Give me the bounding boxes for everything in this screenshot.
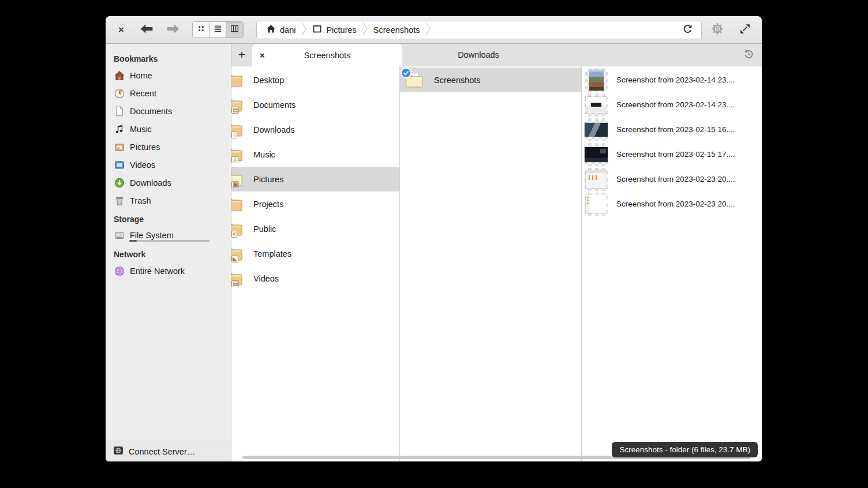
breadcrumb-label: Screenshots [373,25,420,35]
chevron-right-icon [362,21,368,39]
recent-icon [114,88,125,99]
folder-emblem: ▣ [231,181,239,188]
sidebar-item-label: Pictures [130,142,160,152]
home-icon [266,24,276,35]
sidebar-item-entire-network[interactable]: Entire Network [106,262,231,280]
file-thumbnail-white-window [585,193,608,216]
folder-row-videos[interactable]: ▤ Videos [231,266,399,291]
sidebar-item-recent[interactable]: Recent [106,84,231,102]
file-row[interactable]: Screenshot from 2023-02-14 23.... [582,92,762,117]
refresh-button[interactable] [679,21,697,39]
sidebar-item-documents[interactable]: Documents [106,102,231,120]
connect-server-button[interactable]: Connect Server… [106,441,231,461]
folder-row-templates[interactable]: ◣ Templates [231,241,399,266]
open-folder-icon [405,71,424,89]
folder-row-documents[interactable]: ▤ Documents [231,92,399,117]
breadcrumb-item-home[interactable]: dani [264,24,298,35]
sidebar-item-downloads[interactable]: Downloads [106,174,231,192]
folder-emblem: ▤ [231,280,239,287]
sidebar-item-trash[interactable]: Trash [106,192,231,209]
forward-arrow-icon [166,24,180,36]
file-thumbnail-mountain-portrait [585,69,608,92]
tab-label: Screenshots [252,51,402,60]
folder-label: Downloads [253,125,295,134]
tab-history-button[interactable] [735,44,762,66]
window-close-button[interactable]: × [114,21,129,39]
gear-icon [710,22,724,38]
sidebar-header-storage: Storage [106,209,231,227]
file-row[interactable]: Screenshot from 2023-02-23 20.... [582,192,762,216]
folder-row-public[interactable]: < Public [231,216,399,241]
breadcrumb[interactable]: dani Pictures Screenshots [256,21,702,39]
tab-downloads[interactable]: Downloads [402,44,555,66]
folder-label: Videos [253,274,279,283]
status-tooltip: Screenshots - folder (6 files, 23.7 MB) [612,442,758,457]
file-thumbnail-dark-landscape [585,118,608,141]
folder-label: Templates [253,249,291,258]
pictures-icon [114,142,125,152]
sidebar-item-label: Music [130,125,152,134]
sidebar-item-pictures[interactable]: Pictures [106,138,231,156]
folder-row-desktop[interactable]: Desktop [231,67,399,92]
sidebar-item-label: Recent [130,89,156,98]
folder-icon [231,72,244,89]
downloads-icon [114,178,125,188]
forward-button[interactable] [164,21,182,39]
folder-row-music[interactable]: ♫ Music [231,142,399,167]
column-view-button[interactable] [226,22,243,37]
column-view: Desktop ▤ Documents [231,66,762,461]
tab-label: Downloads [458,50,499,59]
server-icon [113,445,124,457]
sidebar-item-label: File System [130,231,174,240]
new-tab-button[interactable]: + [231,44,252,66]
file-row[interactable]: Screenshot from 2023-02-15 16.... [582,117,762,142]
settings-button[interactable] [709,21,726,39]
breadcrumb-item-screenshots[interactable]: Screenshots [371,25,422,35]
column-view-icon [230,24,239,35]
sidebar-item-label: Downloads [130,178,171,187]
file-label: Screenshot from 2023-02-23 20.... [616,200,735,208]
file-label: Screenshot from 2023-02-15 16.... [616,125,735,134]
file-row[interactable]: Screenshot from 2023-02-14 23.... [582,67,762,92]
file-row[interactable]: Screenshot from 2023-02-23 20.... [582,167,762,192]
sidebar-item-music[interactable]: Music [106,120,231,138]
file-label: Screenshot from 2023-02-14 23.... [616,100,735,109]
trash-icon [114,196,125,206]
tab-close-icon[interactable]: × [260,44,265,66]
column-screenshots-files: Screenshot from 2023-02-14 23.... Screen… [582,66,762,461]
file-thumbnail-dark-window [585,143,608,166]
grid-view-button[interactable] [193,22,209,37]
folder-row-projects[interactable]: Projects [231,192,399,216]
main-area: + × Screenshots Downloads [231,44,762,461]
sidebar-item-label: Documents [130,107,172,116]
file-label: Screenshot from 2023-02-14 23.... [616,76,735,84]
document-icon [114,106,125,117]
folder-row-downloads[interactable]: ↓ Downloads [231,117,399,142]
sidebar-header-network: Network [106,245,231,262]
folder-label: Pictures [253,175,283,184]
file-row[interactable]: Screenshot from 2023-02-15 17.... [582,142,762,167]
back-button[interactable] [138,21,155,39]
file-thumbnail-gray-window [585,168,608,191]
breadcrumb-item-pictures[interactable]: Pictures [310,24,358,35]
tab-screenshots[interactable]: × Screenshots [252,44,402,66]
sidebar-item-home[interactable]: Home [106,66,231,84]
folder-row-pictures[interactable]: ▣ Pictures [231,167,399,192]
window-body: Bookmarks Home [106,44,762,461]
breadcrumb-label: Pictures [326,25,356,35]
sidebar-item-videos[interactable]: Videos [106,156,231,174]
files-window: × [106,16,762,461]
tab-bar: + × Screenshots Downloads [231,44,762,66]
folder-icon: ♫ [231,146,244,163]
breadcrumb-label: dani [280,25,295,35]
list-view-icon [214,24,222,35]
fullscreen-button[interactable] [736,21,754,39]
disk-usage-bar [129,240,209,242]
folder-label: Documents [253,100,295,110]
folder-emblem: ▤ [231,107,239,114]
folder-icon: ▤ [231,96,244,114]
list-view-button[interactable] [209,22,226,37]
folder-row-screenshots[interactable]: Screenshots [400,67,581,92]
toolbar-right [709,21,754,39]
sidebar-item-label: Entire Network [130,266,185,276]
